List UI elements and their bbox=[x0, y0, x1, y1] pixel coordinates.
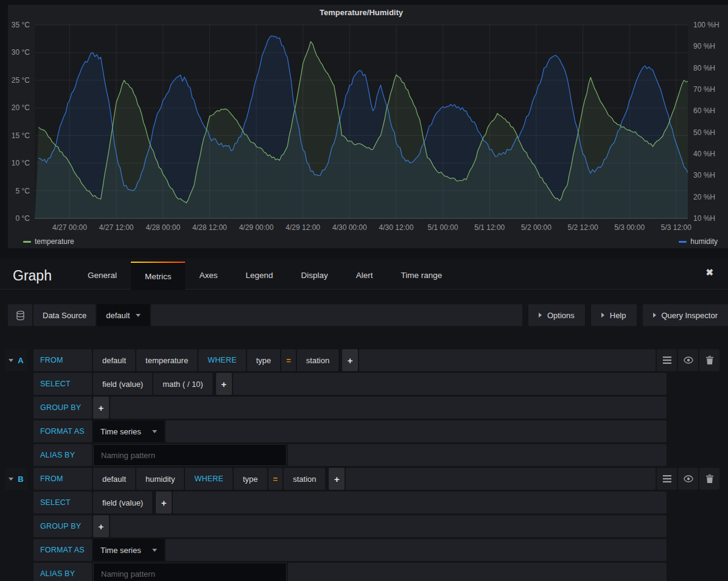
alias-by-input[interactable] bbox=[93, 563, 287, 581]
tab-legend[interactable]: Legend bbox=[231, 262, 287, 289]
chevron-down-icon bbox=[152, 549, 157, 552]
tab-alert[interactable]: Alert bbox=[342, 262, 387, 289]
query-toggle-visibility-button[interactable] bbox=[678, 349, 698, 371]
select-label: SELECT bbox=[33, 492, 92, 513]
svg-text:4/29 12:00: 4/29 12:00 bbox=[285, 223, 320, 232]
query-delete-button[interactable] bbox=[699, 468, 719, 490]
row-filler bbox=[359, 349, 656, 371]
temperature-series-swatch bbox=[23, 241, 31, 243]
add-group-by-button[interactable]: + bbox=[93, 397, 109, 419]
datasource-label: Data Source bbox=[33, 304, 96, 326]
help-button[interactable]: Help bbox=[591, 304, 637, 326]
options-button[interactable]: Options bbox=[528, 304, 585, 326]
svg-text:30 °C: 30 °C bbox=[12, 48, 30, 57]
chevron-down-icon bbox=[9, 478, 13, 481]
tab-time-range[interactable]: Time range bbox=[387, 262, 457, 289]
from-measurement-segment[interactable]: temperature bbox=[136, 349, 197, 371]
svg-text:4/30 12:00: 4/30 12:00 bbox=[379, 223, 414, 232]
svg-text:Temperature/Humidity: Temperature/Humidity bbox=[320, 8, 404, 17]
metrics-tab-content: Data Source default Options Help Query I… bbox=[0, 290, 728, 581]
svg-text:5/1 12:00: 5/1 12:00 bbox=[474, 223, 505, 232]
query-menu-button[interactable] bbox=[657, 349, 677, 371]
svg-text:70 %H: 70 %H bbox=[693, 85, 715, 94]
query-toggle-visibility-button[interactable] bbox=[678, 468, 698, 490]
tab-axes[interactable]: Axes bbox=[185, 262, 231, 289]
svg-text:30 %H: 30 %H bbox=[693, 171, 715, 179]
tab-display[interactable]: Display bbox=[287, 262, 342, 289]
where-tag-value-segment[interactable]: station bbox=[297, 349, 338, 371]
format-as-select[interactable]: Time series bbox=[93, 420, 164, 442]
query-a-group-by-row: GROUP BY + bbox=[5, 397, 667, 419]
svg-text:90 %H: 90 %H bbox=[693, 42, 715, 50]
alias-by-input[interactable] bbox=[93, 444, 287, 466]
add-select-button[interactable]: + bbox=[156, 492, 172, 513]
from-datasource-segment[interactable]: default bbox=[93, 349, 135, 371]
svg-text:10 °C: 10 °C bbox=[12, 159, 30, 167]
datasource-row-filler bbox=[151, 304, 522, 326]
row-filler bbox=[166, 539, 667, 561]
from-measurement-segment[interactable]: humidity bbox=[136, 468, 184, 490]
chevron-right-icon bbox=[539, 313, 542, 318]
tab-metrics[interactable]: Metrics bbox=[131, 262, 186, 291]
row-filler bbox=[288, 563, 667, 581]
svg-text:100 %H: 100 %H bbox=[693, 21, 719, 29]
svg-text:4/29 00:00: 4/29 00:00 bbox=[239, 223, 274, 232]
query-a-collapse-toggle[interactable]: A bbox=[5, 349, 27, 371]
where-tag-key-segment[interactable]: type bbox=[247, 349, 281, 371]
tab-general[interactable]: General bbox=[74, 262, 131, 289]
timeseries-chart[interactable]: 0 °C5 °C10 °C15 °C20 °C25 °C30 °C35 °C10… bbox=[8, 5, 728, 248]
svg-text:4/28 00:00: 4/28 00:00 bbox=[145, 223, 180, 232]
where-operator-segment[interactable]: = bbox=[281, 349, 296, 371]
where-operator-segment[interactable]: = bbox=[268, 468, 283, 490]
svg-text:50 %H: 50 %H bbox=[693, 128, 715, 137]
svg-text:40 %H: 40 %H bbox=[693, 150, 715, 158]
where-keyword-segment[interactable]: WHERE bbox=[198, 349, 246, 371]
query-b-select-row: SELECT field (value) + bbox=[5, 492, 667, 513]
add-select-button[interactable]: + bbox=[216, 373, 232, 395]
select-field-segment[interactable]: field (value) bbox=[93, 373, 152, 395]
legend-item-humidity[interactable]: humidity bbox=[679, 237, 718, 246]
select-math-segment[interactable]: math ( / 10) bbox=[153, 373, 212, 395]
add-group-by-button[interactable]: + bbox=[93, 515, 109, 537]
from-label: FROM bbox=[33, 349, 92, 371]
editor-tabs: General Metrics Axes Legend Display Aler… bbox=[74, 262, 456, 289]
query-inspector-button[interactable]: Query Inspector bbox=[643, 304, 728, 326]
query-a-select-row: SELECT field (value) math ( / 10) + bbox=[5, 373, 667, 395]
where-keyword-segment[interactable]: WHERE bbox=[185, 468, 233, 490]
query-b-collapse-toggle[interactable]: B bbox=[5, 468, 27, 490]
svg-text:5/3 12:00: 5/3 12:00 bbox=[661, 223, 691, 232]
format-as-label: FORMAT AS bbox=[33, 539, 92, 561]
row-filler bbox=[233, 373, 667, 395]
legend-item-temperature[interactable]: temperature bbox=[23, 237, 74, 246]
format-as-select[interactable]: Time series bbox=[93, 539, 164, 561]
where-tag-key-segment[interactable]: type bbox=[234, 468, 267, 490]
svg-text:4/28 12:00: 4/28 12:00 bbox=[192, 223, 227, 232]
add-condition-button[interactable]: + bbox=[329, 468, 345, 490]
format-as-label: FORMAT AS bbox=[33, 420, 92, 442]
query-menu-button[interactable] bbox=[657, 468, 677, 490]
alias-by-label: ALIAS BY bbox=[33, 444, 92, 466]
svg-text:15 °C: 15 °C bbox=[12, 131, 30, 140]
svg-text:4/30 00:00: 4/30 00:00 bbox=[332, 223, 367, 232]
query-a-format-as-row: FORMAT AS Time series bbox=[5, 420, 667, 442]
chevron-right-icon bbox=[601, 313, 604, 318]
query-b-from-row: B FROM default humidity WHERE type = sta… bbox=[5, 468, 719, 490]
svg-text:5/2 12:00: 5/2 12:00 bbox=[568, 223, 598, 232]
row-filler bbox=[110, 515, 667, 537]
row-filler bbox=[173, 492, 667, 513]
where-tag-value-segment[interactable]: station bbox=[284, 468, 325, 490]
add-condition-button[interactable]: + bbox=[342, 349, 358, 371]
select-field-segment[interactable]: field (value) bbox=[93, 492, 152, 513]
close-icon[interactable]: ✖ bbox=[705, 268, 713, 277]
from-datasource-segment[interactable]: default bbox=[93, 468, 135, 490]
row-filler bbox=[346, 468, 656, 490]
query-a-from-row: A FROM default temperature WHERE type = … bbox=[5, 349, 719, 371]
svg-text:20 %H: 20 %H bbox=[693, 193, 715, 201]
svg-text:20 °C: 20 °C bbox=[12, 103, 30, 112]
query-editor-b: B FROM default humidity WHERE type = sta… bbox=[0, 468, 728, 581]
query-b-format-as-row: FORMAT AS Time series bbox=[5, 539, 667, 561]
datasource-select[interactable]: default bbox=[97, 304, 150, 326]
chevron-down-icon bbox=[136, 314, 141, 317]
panel-type-title: Graph bbox=[13, 269, 52, 283]
query-delete-button[interactable] bbox=[699, 349, 719, 371]
